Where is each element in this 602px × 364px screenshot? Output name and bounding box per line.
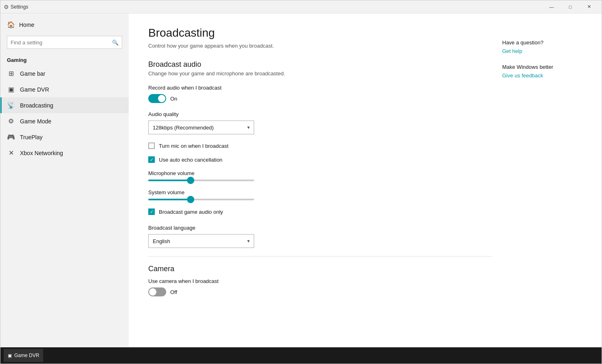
broadcast-audio-title: Broadcast audio	[148, 60, 492, 69]
taskbar-item-game-dvr[interactable]: ▣ Game DVR	[4, 349, 43, 362]
sidebar-label-game-bar: Game bar	[20, 70, 45, 77]
broadcast-language-arrow: ▾	[247, 238, 250, 244]
broadcast-language-label: Broadcast language	[148, 225, 492, 231]
audio-quality-dropdown[interactable]: 128kbps (Recommended) ▾	[148, 121, 254, 134]
echo-cancellation-checkbox[interactable]	[148, 156, 155, 163]
taskbar-game-dvr-icon: ▣	[8, 353, 12, 358]
game-bar-icon: ⊞	[7, 70, 15, 77]
echo-cancellation-label: Use auto echo cancellation	[159, 157, 222, 163]
broadcasting-icon: 📡	[7, 101, 15, 109]
titlebar-title: Settings	[11, 4, 28, 10]
sidebar-item-game-dvr[interactable]: ▣ Game DVR	[0, 81, 129, 97]
audio-quality-label: Audio quality	[148, 111, 492, 117]
use-camera-state: Off	[170, 289, 177, 295]
broadcast-language-container: English ▾	[148, 234, 492, 248]
sidebar-label-game-dvr: Game DVR	[20, 86, 49, 93]
record-audio-label: Record audio when I broadcast	[148, 85, 492, 91]
use-camera-toggle-thumb	[149, 288, 156, 296]
sidebar-item-trueplay[interactable]: 🎮 TruePlay	[0, 129, 129, 145]
record-audio-state: On	[170, 96, 177, 102]
sidebar-label-xbox-networking: Xbox Networking	[20, 150, 63, 156]
sidebar-label-trueplay: TruePlay	[20, 134, 43, 140]
xbox-networking-icon: ✕	[7, 149, 15, 157]
sidebar-item-xbox-networking[interactable]: ✕ Xbox Networking	[0, 145, 129, 161]
broadcast-game-audio-row[interactable]: Broadcast game audio only	[148, 208, 492, 215]
home-icon: 🏠	[7, 21, 15, 29]
help-title: Have a question?	[502, 39, 572, 46]
page-title: Broadcasting	[148, 26, 492, 39]
titlebar: ⚙ Settings — □ ✕	[0, 0, 602, 13]
sidebar-label-broadcasting: Broadcasting	[20, 102, 53, 109]
broadcast-language-dropdown[interactable]: English ▾	[148, 234, 254, 248]
record-audio-toggle-thumb	[158, 95, 165, 102]
audio-quality-value: 128kbps (Recommended)	[153, 125, 214, 131]
system-volume-label: System volume	[148, 189, 492, 195]
window: ⚙ Settings — □ ✕ 🏠 Home 🔍 Gaming ⊞ Game …	[0, 0, 602, 364]
app-body: 🏠 Home 🔍 Gaming ⊞ Game bar ▣ Game DVR 📡 …	[0, 13, 602, 347]
trueplay-icon: 🎮	[7, 133, 15, 141]
search-box[interactable]: 🔍	[7, 36, 122, 49]
main-inner: Broadcasting Control how your game appea…	[148, 26, 582, 305]
minimize-button[interactable]: —	[542, 0, 561, 13]
camera-divider	[148, 256, 492, 257]
microphone-volume-container	[148, 180, 492, 181]
settings-panel: Broadcasting Control how your game appea…	[148, 26, 492, 305]
audio-quality-arrow: ▾	[247, 125, 250, 130]
sidebar-item-game-mode[interactable]: ⚙ Game Mode	[0, 113, 129, 129]
audio-quality-container: 128kbps (Recommended) ▾	[148, 121, 492, 134]
turn-mic-row[interactable]: Turn mic on when I broadcast	[148, 143, 492, 149]
broadcast-game-audio-label: Broadcast game audio only	[159, 209, 223, 215]
use-camera-toggle-row: Off	[148, 287, 492, 296]
microphone-volume-track[interactable]	[148, 180, 254, 181]
system-volume-fill	[148, 199, 191, 200]
give-feedback-link[interactable]: Give us feedback	[502, 72, 572, 79]
record-audio-toggle[interactable]	[148, 94, 166, 103]
game-mode-icon: ⚙	[7, 117, 15, 125]
search-input[interactable]	[11, 39, 112, 46]
titlebar-controls: — □ ✕	[542, 0, 598, 13]
sidebar-section-label: Gaming	[0, 54, 129, 66]
camera-title: Camera	[148, 265, 492, 273]
settings-icon: ⚙	[4, 4, 9, 10]
use-camera-label: Use camera when I broadcast	[148, 278, 492, 284]
search-icon: 🔍	[112, 39, 119, 46]
microphone-volume-label: Microphone volume	[148, 170, 492, 176]
get-help-link[interactable]: Get help	[502, 48, 572, 54]
taskbar: ▣ Game DVR	[0, 347, 602, 364]
echo-cancellation-row[interactable]: Use auto echo cancellation	[148, 156, 492, 163]
game-dvr-icon: ▣	[7, 86, 15, 93]
taskbar-game-dvr-label: Game DVR	[14, 353, 39, 358]
broadcast-audio-subtitle: Change how your game and microphone are …	[148, 70, 492, 77]
microphone-volume-thumb[interactable]	[187, 177, 194, 184]
close-button[interactable]: ✕	[580, 0, 598, 13]
system-volume-container	[148, 199, 492, 200]
maximize-button[interactable]: □	[561, 0, 580, 13]
turn-mic-label: Turn mic on when I broadcast	[159, 143, 228, 149]
microphone-volume-fill	[148, 180, 191, 181]
sidebar-item-broadcasting[interactable]: 📡 Broadcasting	[0, 97, 129, 113]
sidebar-home[interactable]: 🏠 Home	[0, 13, 129, 34]
page-subtitle: Control how your game appears when you b…	[148, 43, 492, 49]
home-label: Home	[19, 22, 34, 28]
use-camera-toggle[interactable]	[148, 287, 166, 296]
record-audio-toggle-row: On	[148, 94, 492, 103]
sidebar: 🏠 Home 🔍 Gaming ⊞ Game bar ▣ Game DVR 📡 …	[0, 13, 129, 347]
system-volume-track[interactable]	[148, 199, 254, 200]
feedback-title: Make Windows better	[502, 64, 572, 70]
main-content: Broadcasting Control how your game appea…	[129, 13, 602, 347]
sidebar-label-game-mode: Game Mode	[20, 118, 51, 125]
system-volume-thumb[interactable]	[187, 196, 194, 203]
right-panel: Have a question? Get help Make Windows b…	[492, 26, 582, 305]
broadcast-language-value: English	[153, 238, 170, 244]
turn-mic-checkbox[interactable]	[148, 143, 155, 149]
broadcast-game-audio-checkbox[interactable]	[148, 208, 155, 215]
sidebar-item-game-bar[interactable]: ⊞ Game bar	[0, 66, 129, 81]
